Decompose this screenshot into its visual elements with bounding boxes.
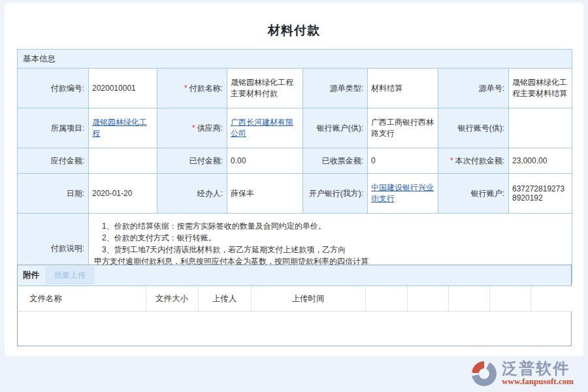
label-text: 已付金额: <box>189 156 223 165</box>
info-row-2: 所属项目: 晟铭园林绿化工程 *供应商: 广西长河建材有限公司 银行账户(供):… <box>18 108 572 148</box>
value-current-payment: 23,000.00 <box>509 148 572 174</box>
column-header-empty-5 <box>531 286 572 312</box>
value-payment-name: 晟铭园林绿化工程主要材料付款 <box>227 69 303 108</box>
label-date: 日期: <box>18 174 89 214</box>
column-header-empty-2 <box>407 286 448 312</box>
label-text: 供应商: <box>197 123 223 133</box>
brand-text-block: 泛普软件 www.fanpusoft.com <box>502 361 574 387</box>
our-bank-link[interactable]: 中国建设银行兴业街支行 <box>371 183 434 203</box>
value-date: 2020-01-20 <box>89 174 157 214</box>
label-project: 所属项目: <box>18 108 89 148</box>
fanpu-logo-icon <box>472 361 497 386</box>
label-bank-account-sup: 银行账户(供): <box>303 108 368 148</box>
value-bank-no-sup <box>509 108 572 148</box>
value-our-bank: 中国建设银行兴业街支行 <box>368 174 438 214</box>
value-source-type: 材料结算 <box>368 69 438 108</box>
brand-name: 泛普软件 <box>502 361 574 376</box>
info-row-4: 日期: 2020-01-20 经办人: 薛保丰 开户银行(我方): 中国建设银行… <box>18 174 572 214</box>
label-source-type: 源单类型: <box>303 69 368 108</box>
info-row-3: 应付金额: 已付金额: 0.00 已收票金额: 0 *本次付款金额: 23,00… <box>18 148 572 174</box>
label-text: 应付金额: <box>51 156 84 165</box>
required-mark: * <box>184 84 188 93</box>
required-mark: * <box>192 123 195 133</box>
value-payable-amount <box>89 148 157 174</box>
label-invoiced-amount: 已收票金额: <box>303 148 368 174</box>
value-bank-account-sup: 广西工商银行西林路支行 <box>368 108 438 148</box>
label-text: 源单号: <box>479 84 504 93</box>
required-mark: * <box>450 156 453 165</box>
label-payable-amount: 应付金额: <box>18 148 89 174</box>
column-header-uploader: 上传人 <box>198 286 251 312</box>
label-text: 日期: <box>67 189 84 198</box>
label-text: 已收票金额: <box>322 156 363 165</box>
label-supplier: *供应商: <box>157 108 227 148</box>
column-header-file-name: 文件名称 <box>18 286 146 312</box>
label-handler: 经办人: <box>157 174 227 214</box>
attachments-header-bar: 附件 批量上传 <box>18 265 571 286</box>
supplier-link[interactable]: 广西长河建材有限公司 <box>231 118 293 138</box>
label-our-bank: 开户银行(我方): <box>303 174 368 214</box>
section-title-basic-info: 基本信息 <box>18 50 572 69</box>
label-text: 银行账户: <box>471 189 504 198</box>
label-text: 源单类型: <box>330 84 363 93</box>
attachments-title: 附件 <box>23 270 39 281</box>
label-text: 付款编号: <box>51 84 84 93</box>
value-paid-amount: 0.00 <box>227 148 303 174</box>
attachments-table: 文件名称 文件大小 上传人 上传时间 <box>18 286 572 312</box>
label-text: 银行账户(供): <box>317 123 363 133</box>
attachments-section: 附件 批量上传 文件名称 文件大小 上传人 上传时间 <box>17 265 572 346</box>
label-payment-no: 付款编号: <box>18 69 89 108</box>
value-project: 晟铭园林绿化工程 <box>89 108 157 148</box>
column-header-empty-4 <box>489 286 531 312</box>
value-supplier: 广西长河建材有限公司 <box>227 108 303 148</box>
column-header-file-size: 文件大小 <box>146 286 198 312</box>
label-source-no: 源单号: <box>438 69 509 108</box>
column-header-empty-1 <box>365 286 407 312</box>
brand-logo: 泛普软件 www.fanpusoft.com <box>472 361 574 387</box>
label-text: 经办人: <box>197 189 223 198</box>
value-invoiced-amount: 0 <box>368 148 438 174</box>
attachments-empty-body <box>18 312 571 346</box>
content-panel: 材料付款 基本信息 付款编号: 2020010001 *付款名称: 晟铭园林绿化… <box>5 3 583 356</box>
label-text: 开户银行(我方): <box>309 189 363 198</box>
value-bank-account: 6372728192738920192 <box>509 174 572 214</box>
brand-website: www.fanpusoft.com <box>502 376 574 387</box>
project-link[interactable]: 晟铭园林绿化工程 <box>92 118 147 138</box>
batch-upload-button[interactable]: 批量上传 <box>46 267 94 284</box>
attachments-header-row: 文件名称 文件大小 上传人 上传时间 <box>18 286 572 312</box>
label-paid-amount: 已付金额: <box>157 148 227 174</box>
label-text: 银行账号(供): <box>458 123 504 133</box>
value-payment-no: 2020010001 <box>89 69 157 108</box>
page-title: 材料付款 <box>5 22 583 39</box>
info-row-1: 付款编号: 2020010001 *付款名称: 晟铭园林绿化工程主要材料付款 源… <box>18 69 572 108</box>
label-payment-name: *付款名称: <box>157 69 227 108</box>
column-header-upload-time: 上传时间 <box>251 286 365 312</box>
label-text: 本次付款金额: <box>455 156 504 165</box>
value-source-no: 晟铭园林绿化工程主要材料结算 <box>509 69 572 108</box>
value-handler: 薛保丰 <box>227 174 303 214</box>
section-header-row: 基本信息 <box>18 50 572 69</box>
label-text: 付款说明: <box>51 244 84 253</box>
label-bank-account: 银行账户: <box>438 174 509 214</box>
label-text: 所属项目: <box>51 123 84 133</box>
label-text: 付款名称: <box>189 84 223 93</box>
basic-info-table: 基本信息 付款编号: 2020010001 *付款名称: 晟铭园林绿化工程主要材… <box>17 49 572 284</box>
label-bank-no-sup: 银行账号(供): <box>438 108 509 148</box>
column-header-empty-3 <box>448 286 489 312</box>
label-current-payment: *本次付款金额: <box>438 148 509 174</box>
